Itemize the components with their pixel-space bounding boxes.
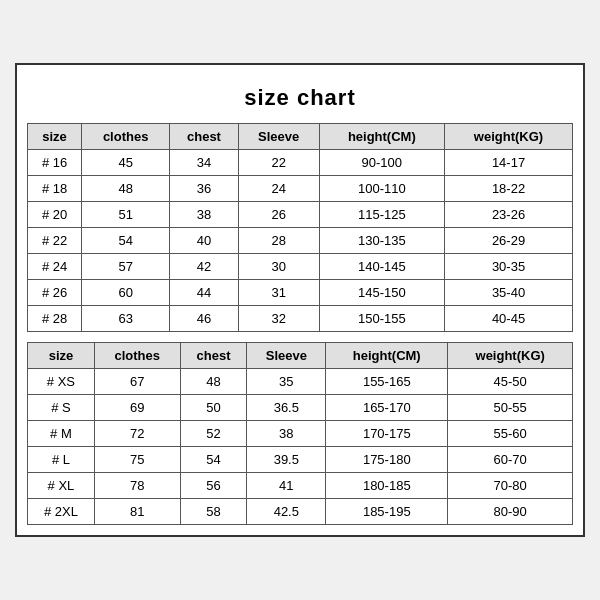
table-cell: 78 (94, 473, 180, 499)
table-cell: 45-50 (448, 369, 573, 395)
table-cell: # 24 (28, 254, 82, 280)
table-cell: 30 (238, 254, 319, 280)
table-cell: 170-175 (326, 421, 448, 447)
table-cell: 72 (94, 421, 180, 447)
table-cell: 145-150 (319, 280, 444, 306)
col-header: size (28, 343, 95, 369)
table-cell: 35-40 (445, 280, 573, 306)
table-cell: 48 (82, 176, 170, 202)
table-cell: 63 (82, 306, 170, 332)
col-header: Sleeve (238, 124, 319, 150)
table-cell: 24 (238, 176, 319, 202)
col-header: chest (170, 124, 239, 150)
table-cell: 40 (170, 228, 239, 254)
table-cell: 57 (82, 254, 170, 280)
table-cell: 180-185 (326, 473, 448, 499)
table-row: # 2XL815842.5185-19580-90 (28, 499, 573, 525)
table-cell: 14-17 (445, 150, 573, 176)
table-cell: 90-100 (319, 150, 444, 176)
col-header: weight(KG) (448, 343, 573, 369)
table-cell: 58 (180, 499, 247, 525)
table-cell: 67 (94, 369, 180, 395)
table-cell: 140-145 (319, 254, 444, 280)
table-cell: 50 (180, 395, 247, 421)
table-cell: 80-90 (448, 499, 573, 525)
col-header: weight(KG) (445, 124, 573, 150)
table-cell: 26-29 (445, 228, 573, 254)
table-cell: # S (28, 395, 95, 421)
table-cell: # 2XL (28, 499, 95, 525)
table-cell: 23-26 (445, 202, 573, 228)
table-cell: # XS (28, 369, 95, 395)
table-cell: 100-110 (319, 176, 444, 202)
col-header: clothes (82, 124, 170, 150)
table-cell: 75 (94, 447, 180, 473)
col-header: height(CM) (326, 343, 448, 369)
table-cell: 54 (180, 447, 247, 473)
table-cell: 81 (94, 499, 180, 525)
table-row: # 22544028130-13526-29 (28, 228, 573, 254)
table-row: # 26604431145-15035-40 (28, 280, 573, 306)
table-row: # 18483624100-11018-22 (28, 176, 573, 202)
table-cell: 50-55 (448, 395, 573, 421)
col-header: size (28, 124, 82, 150)
table-cell: 150-155 (319, 306, 444, 332)
table-cell: 56 (180, 473, 247, 499)
table-row: # XS674835155-16545-50 (28, 369, 573, 395)
table-cell: 30-35 (445, 254, 573, 280)
table1-header: sizeclotheschestSleeveheight(CM)weight(K… (28, 124, 573, 150)
col-header: height(CM) (319, 124, 444, 150)
table-cell: 36 (170, 176, 239, 202)
table-cell: 52 (180, 421, 247, 447)
col-header: Sleeve (247, 343, 326, 369)
table-cell: # M (28, 421, 95, 447)
table-cell: 115-125 (319, 202, 444, 228)
size-table-2: sizeclotheschestSleeveheight(CM)weight(K… (27, 342, 573, 525)
table-cell: 54 (82, 228, 170, 254)
table-cell: 35 (247, 369, 326, 395)
table-cell: 32 (238, 306, 319, 332)
table-row: # XL785641180-18570-80 (28, 473, 573, 499)
table-cell: 70-80 (448, 473, 573, 499)
table-row: # S695036.5165-17050-55 (28, 395, 573, 421)
table-cell: 39.5 (247, 447, 326, 473)
table-cell: 48 (180, 369, 247, 395)
table-cell: 41 (247, 473, 326, 499)
table-cell: 22 (238, 150, 319, 176)
table-cell: # 16 (28, 150, 82, 176)
table-cell: # 28 (28, 306, 82, 332)
table-cell: 28 (238, 228, 319, 254)
table-cell: 130-135 (319, 228, 444, 254)
size-chart-container: size chart sizeclotheschestSleeveheight(… (15, 63, 585, 537)
table-row: # L755439.5175-18060-70 (28, 447, 573, 473)
table-cell: 155-165 (326, 369, 448, 395)
col-header: chest (180, 343, 247, 369)
table1-header-row: sizeclotheschestSleeveheight(CM)weight(K… (28, 124, 573, 150)
table-cell: 44 (170, 280, 239, 306)
table-cell: # 18 (28, 176, 82, 202)
table-cell: 165-170 (326, 395, 448, 421)
table-cell: 40-45 (445, 306, 573, 332)
table-row: # 24574230140-14530-35 (28, 254, 573, 280)
col-header: clothes (94, 343, 180, 369)
table2-header-row: sizeclotheschestSleeveheight(CM)weight(K… (28, 343, 573, 369)
table-cell: 55-60 (448, 421, 573, 447)
table-cell: 38 (170, 202, 239, 228)
table-cell: # 26 (28, 280, 82, 306)
table-cell: 42.5 (247, 499, 326, 525)
table-cell: 36.5 (247, 395, 326, 421)
table-cell: # L (28, 447, 95, 473)
table-cell: 51 (82, 202, 170, 228)
table-cell: 38 (247, 421, 326, 447)
table-cell: 175-180 (326, 447, 448, 473)
size-table-1: sizeclotheschestSleeveheight(CM)weight(K… (27, 123, 573, 332)
table-cell: # 22 (28, 228, 82, 254)
table-cell: # XL (28, 473, 95, 499)
table-cell: 42 (170, 254, 239, 280)
table-row: # 1645342290-10014-17 (28, 150, 573, 176)
table-row: # 28634632150-15540-45 (28, 306, 573, 332)
table-cell: 26 (238, 202, 319, 228)
table-cell: 34 (170, 150, 239, 176)
table-cell: 45 (82, 150, 170, 176)
table-row: # 20513826115-12523-26 (28, 202, 573, 228)
